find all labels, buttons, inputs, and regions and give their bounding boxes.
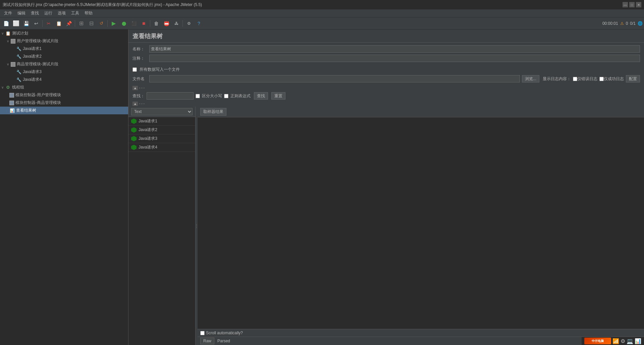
run-button[interactable]: ▶ — [109, 19, 118, 28]
regex-checkbox[interactable] — [224, 94, 228, 98]
save-button[interactable]: 💾 — [21, 19, 31, 28]
request-item-1[interactable]: Java请求1 — [128, 117, 195, 126]
tree-item-java1[interactable]: 🔧 Java请求1 — [0, 45, 128, 53]
copy-button[interactable]: 📋 — [54, 19, 63, 28]
status-icon-4: 📊 — [635, 338, 641, 344]
status-icon-2: ⚙ — [621, 338, 625, 344]
find-button[interactable]: 查找 — [254, 92, 268, 100]
request-item-4[interactable]: Java请求4 — [128, 143, 195, 152]
tree-label-plan: 测试计划 — [12, 31, 28, 36]
request-label-3: Java请求3 — [139, 136, 157, 141]
toolbar-separator-2 — [75, 20, 75, 27]
file-section-row: 所有数据写入一个文件 — [128, 67, 644, 72]
tree-item-ctrl-goods[interactable]: 模块控制器-商品管理模块 — [0, 99, 128, 107]
dots-1: • • • — [139, 86, 145, 90]
tree-label-ctrl-goods: 模块控制器-商品管理模块 — [15, 100, 61, 106]
config-button[interactable]: ⚙ — [184, 19, 194, 28]
warning-count: 0 — [626, 21, 628, 26]
dots-divider-2: ▲ • • • — [128, 101, 644, 107]
plan-icon: 📋 — [5, 31, 11, 36]
success-log-label: 仅成功日志 — [604, 76, 624, 82]
scroll-checkbox[interactable] — [200, 331, 205, 335]
filename-input[interactable] — [149, 75, 520, 82]
toolbar-separator-4 — [150, 20, 150, 27]
tab-raw[interactable]: Raw — [200, 338, 214, 344]
help-button[interactable]: ? — [194, 19, 204, 28]
paste-button[interactable]: 📌 — [64, 19, 73, 28]
clear-button[interactable]: 🗑 — [152, 19, 161, 28]
minimize-button[interactable]: — — [623, 2, 628, 7]
success-log-checkbox[interactable] — [599, 77, 604, 81]
right-panel: 查看结果树 名称： 注释： 所有数据写入一个文件 文件名 浏览... 显示日志内… — [128, 30, 644, 345]
content-body — [198, 117, 644, 329]
clear-all-button[interactable]: 📛 — [162, 19, 171, 28]
cut-button[interactable]: ✂ — [44, 19, 53, 28]
reset-button[interactable]: ↺ — [97, 19, 106, 28]
maximize-button[interactable]: □ — [629, 2, 635, 7]
tree-item-goods-module[interactable]: ∨ 商品管理模块-测试片段 — [0, 60, 128, 68]
shutdown-button[interactable]: ⏹ — [139, 19, 149, 28]
comment-input[interactable] — [149, 55, 640, 62]
list-panel: Text JSON XML HTML Java请求1 Java请求2 — [128, 107, 196, 345]
tree-item-java4[interactable]: 🔧 Java请求4 — [0, 76, 128, 83]
list-panel-header: Text JSON XML HTML — [128, 107, 195, 117]
name-input[interactable] — [149, 45, 640, 53]
browse-button[interactable]: 浏览... — [522, 75, 539, 82]
warning-icon: ⚠ — [620, 21, 624, 26]
logo-text: 中仟电脑 — [592, 339, 604, 343]
error-display: 0/1 — [630, 21, 636, 26]
dots-divider-1: ▲ • • • — [128, 85, 644, 91]
tree-item-ctrl-user[interactable]: 模块控制器-用户管理模块 — [0, 91, 128, 99]
chevron-thread-group: ∨ — [1, 85, 5, 89]
error-log-checkbox[interactable] — [573, 77, 577, 81]
menu-find[interactable]: 查找 — [28, 10, 42, 17]
menu-edit[interactable]: 编辑 — [15, 10, 28, 17]
format-select[interactable]: Text JSON XML HTML — [131, 108, 193, 115]
bottom-tabs: Raw Parsed — [198, 337, 644, 345]
filename-row-area: 文件名 浏览... 显示日志内容： 仅错误日志 仅成功日志 配置 — [128, 74, 644, 85]
tree-item-java2[interactable]: 🔧 Java请求2 — [0, 53, 128, 60]
reset-button[interactable]: 重置 — [271, 92, 285, 100]
tree-item-result-tree[interactable]: 📊 查看结果树 — [0, 107, 128, 114]
menu-help[interactable]: 帮助 — [82, 10, 95, 17]
module-icon-1 — [11, 39, 15, 44]
request-item-2[interactable]: Java请求2 — [128, 126, 195, 134]
expand-all-button[interactable]: ⊞ — [76, 19, 86, 28]
form-area: 名称： 注释： — [128, 43, 644, 67]
open-button[interactable]: ⬜ — [11, 19, 21, 28]
tree-item-thread-group[interactable]: ∨ ⚙ 线程组 — [0, 83, 128, 91]
config-button[interactable]: 配置 — [626, 75, 640, 82]
menu-tools[interactable]: 工具 — [68, 10, 82, 17]
sampler-result-tab[interactable]: 取样器结果 — [200, 108, 226, 116]
window-title: 测试片段如何执行.jmx (D:\apache-jmeter-5.5\JMete… — [3, 2, 202, 8]
collapse-all-button[interactable]: ⊟ — [87, 19, 96, 28]
shield-icon-4 — [131, 145, 137, 150]
run-with-pause-button[interactable]: ⬤ — [119, 19, 128, 28]
java-icon-2: 🔧 — [16, 54, 21, 59]
menu-file[interactable]: 文件 — [1, 10, 15, 17]
chevron-plan: ∨ — [1, 32, 5, 35]
tree-item-plan[interactable]: ∨ 📋 测试计划 — [0, 30, 128, 37]
write-file-checkbox[interactable] — [132, 67, 137, 72]
request-item-3[interactable]: Java请求3 — [128, 134, 195, 143]
menu-options[interactable]: 选项 — [55, 10, 68, 17]
controller-icon-1 — [9, 93, 14, 98]
revert-button[interactable]: ↩ — [32, 19, 41, 28]
remote-button[interactable]: 🖧 — [172, 19, 181, 28]
stop-button[interactable]: ⬛ — [129, 19, 139, 28]
tree-item-user-module[interactable]: ∨ 用户管理模块-测试片段 — [0, 37, 128, 45]
panel-title: 查看结果树 — [128, 30, 644, 43]
search-input[interactable] — [147, 92, 194, 100]
tree-item-java3[interactable]: 🔧 Java请求3 — [0, 68, 128, 76]
toolbar-separator-1 — [42, 20, 43, 27]
write-file-label: 所有数据写入一个文件 — [140, 67, 180, 72]
network-icon: 🌐 — [638, 21, 643, 26]
new-button[interactable]: 📄 — [1, 19, 11, 28]
close-button[interactable]: ✕ — [636, 2, 641, 7]
expand-btn-2[interactable]: ▲ — [132, 102, 138, 106]
menu-run[interactable]: 运行 — [42, 10, 55, 17]
tree-label-java1: Java请求1 — [23, 46, 42, 52]
expand-btn-1[interactable]: ▲ — [132, 86, 138, 90]
case-sensitive-checkbox[interactable] — [196, 94, 200, 98]
tab-parsed[interactable]: Parsed — [214, 338, 233, 344]
